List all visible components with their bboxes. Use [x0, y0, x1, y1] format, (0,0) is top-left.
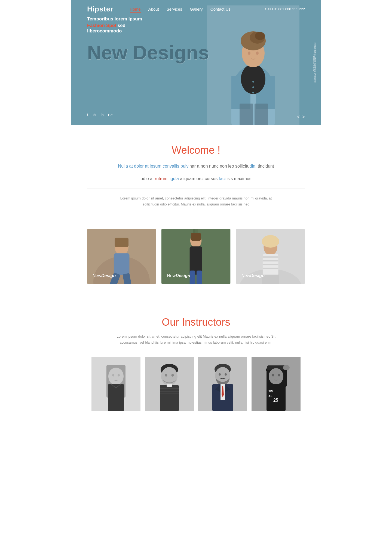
- svg-point-45: [108, 368, 124, 385]
- svg-rect-16: [240, 104, 253, 125]
- card-2-label: NewDesign: [167, 273, 190, 278]
- svg-rect-31: [190, 271, 195, 284]
- call-us-text: Call Us: 001 000 111 222: [265, 7, 305, 11]
- svg-rect-29: [191, 233, 201, 241]
- design-cards: NewDesign NewDesign: [87, 229, 305, 284]
- card-3-label: NewDesign: [241, 273, 265, 278]
- side-text-2: Deserunt mollit: [312, 55, 315, 71]
- social-icons: f ℗ in Bē: [87, 113, 113, 117]
- design-card-2: NewDesign: [161, 229, 230, 284]
- instructor-card-2: [145, 357, 194, 411]
- svg-point-15: [252, 92, 254, 93]
- svg-point-12: [256, 52, 259, 55]
- hero-tagline-2: sed: [118, 23, 125, 28]
- svg-rect-54: [160, 385, 179, 411]
- hero-highlight: Fashion Spot: [87, 23, 117, 28]
- svg-rect-40: [263, 264, 278, 265]
- design-card-1: NewDesign: [87, 229, 156, 284]
- svg-text:AL: AL: [268, 394, 272, 398]
- instructor-card-4: TIS AL 25: [252, 357, 301, 411]
- logo: Hipster: [87, 5, 114, 13]
- svg-rect-21: [115, 238, 128, 247]
- navbar: Hipster Home About Services Gallery Cont…: [71, 0, 321, 18]
- svg-text:25: 25: [273, 398, 278, 402]
- nav-gallery[interactable]: Gallery: [190, 7, 203, 11]
- instructors-description: Lorem ipsum dolor sit amet, consectetur …: [112, 334, 280, 346]
- svg-rect-38: [263, 256, 278, 258]
- svg-point-47: [118, 374, 120, 376]
- svg-rect-56: [160, 391, 179, 392]
- svg-rect-32: [197, 271, 202, 284]
- nav-about[interactable]: About: [148, 7, 159, 11]
- welcome-description: Lorem ipsum dolor sit amet, consectetur …: [114, 195, 278, 207]
- section-divider: [87, 189, 305, 189]
- instructor-card-1: [91, 357, 140, 411]
- pinterest-icon[interactable]: ℗: [93, 113, 96, 117]
- facebook-icon[interactable]: f: [87, 113, 88, 117]
- svg-point-62: [219, 373, 221, 376]
- svg-rect-55: [160, 388, 179, 389]
- svg-rect-41: [263, 268, 278, 269]
- instructors-section: Our Instructors Lorem ipsum dolor sit am…: [71, 300, 321, 425]
- hero-person-image: [207, 5, 299, 125]
- svg-point-5: [241, 64, 265, 94]
- svg-point-13: [252, 81, 254, 83]
- svg-point-52: [165, 374, 167, 377]
- next-arrow[interactable]: >: [302, 114, 305, 120]
- svg-point-72: [269, 368, 283, 385]
- svg-point-14: [252, 86, 254, 88]
- hero-content: Temporibus lorem Ipsum Fashion Spot sed …: [87, 16, 209, 63]
- svg-point-46: [112, 374, 114, 376]
- hero-section: Hipster Home About Services Gallery Cont…: [71, 0, 321, 125]
- design-card-3: NewDesign: [236, 229, 305, 284]
- svg-point-74: [278, 374, 280, 376]
- nav-home[interactable]: Home: [130, 7, 141, 13]
- nav-arrows: < >: [297, 114, 305, 120]
- svg-rect-58: [167, 384, 172, 387]
- welcome-title: Welcome !: [87, 144, 305, 156]
- nav-links: Home About Services Gallery Contact Us: [130, 7, 231, 12]
- svg-rect-39: [263, 260, 278, 262]
- instructor-card-3: [198, 357, 247, 411]
- welcome-section: Welcome ! Nulla at dolor at ipsum conval…: [71, 125, 321, 229]
- welcome-subtitle-2: odio a, rutrum ligula aliquam orci cursu…: [87, 175, 305, 182]
- instructors-title: Our Instructors: [87, 316, 305, 328]
- svg-point-63: [225, 373, 227, 376]
- svg-rect-30: [190, 247, 202, 275]
- hero-tagline-3: liberocommodo: [87, 28, 209, 34]
- svg-point-53: [171, 374, 174, 377]
- svg-rect-57: [160, 393, 179, 394]
- svg-point-10: [255, 32, 265, 40]
- card-1-label: NewDesign: [93, 273, 116, 278]
- svg-point-36: [262, 235, 279, 248]
- hero-heading: New Designs: [87, 42, 209, 63]
- svg-text:TIS: TIS: [268, 389, 273, 393]
- nav-services[interactable]: Services: [167, 7, 182, 11]
- svg-rect-17: [255, 104, 268, 125]
- prev-arrow[interactable]: <: [297, 114, 300, 120]
- instructor-cards: TIS AL 25: [87, 357, 305, 411]
- svg-rect-75: [267, 384, 286, 411]
- welcome-subtitle: Nulla at dolor at ipsum convallis pulvin…: [87, 163, 305, 170]
- behance-icon[interactable]: Bē: [108, 113, 113, 117]
- svg-rect-22: [114, 253, 130, 276]
- linkedin-icon[interactable]: in: [101, 113, 104, 117]
- nav-contact[interactable]: Contact Us: [210, 7, 231, 11]
- svg-point-11: [248, 52, 250, 55]
- svg-point-73: [272, 374, 274, 376]
- svg-point-70: [283, 365, 290, 370]
